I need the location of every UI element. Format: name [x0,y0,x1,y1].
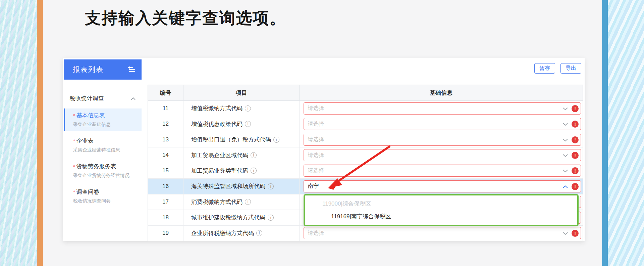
left-texture-strip [0,0,37,266]
row-field-cell: 请选择! [300,226,583,241]
table-row: 19企业所得税缴纳方式代码i请选择! [148,226,583,241]
sidebar-header-label: 报表列表 [73,65,127,74]
select-value: 请选择 [308,230,324,237]
row-number-cell: 12 [148,116,183,131]
sidebar-item-desc: 采集企业货物劳务经营情况 [73,172,142,179]
select-input[interactable]: 请选择! [304,118,581,130]
required-asterisk: * [73,189,75,195]
row-item-cell: 城市维护建设税缴纳方式代码i [183,210,300,225]
select-value: 请选择 [308,105,324,112]
select-value: 请选择 [308,152,324,159]
error-badge-icon: ! [572,167,579,174]
chevron-up-icon [563,185,568,188]
chevron-up-icon [131,97,136,100]
info-icon[interactable]: i [251,152,257,158]
table-row: 11增值税缴纳方式代码i请选择! [148,101,583,116]
column-header: 项目 [183,85,300,100]
column-header: 基础信息 [300,85,583,100]
table-row: 14加工贸易企业区域代码i请选择! [148,147,583,163]
table-header-row: 编号项目基础信息 [148,85,583,101]
sidebar-item-report[interactable]: *货物劳务服务表采集企业货物劳务经营情况 [64,160,142,182]
required-asterisk: * [73,164,75,169]
row-number-cell: 18 [148,210,183,225]
sidebar-item-desc: 采集企业基础信息 [73,121,142,128]
blue-divider-strip [602,0,608,266]
required-asterisk: * [73,113,75,118]
select-input[interactable]: 请选择! [304,227,581,239]
dropdown-option[interactable]: 119169|南宁综合保税区 [305,210,577,223]
error-badge-icon: ! [572,230,579,237]
row-item-cell: 增值税出口退（免）税方式代码i [183,132,300,147]
row-item-cell: 海关特殊监管区域和场所代码i [183,179,300,194]
collapse-sidebar-icon[interactable] [127,66,136,73]
sidebar-item-label: *调查问卷 [73,188,142,196]
info-icon[interactable]: i [245,121,251,127]
export-button[interactable]: 导出 [560,63,581,74]
dropdown-panel: 119000|综合保税区119169|南宁综合保税区 [304,194,579,226]
row-field-cell: 请选择! [300,163,583,178]
chevron-down-icon [563,123,568,126]
sidebar-section-taxsurvey[interactable]: 税收统计调查 [64,92,142,105]
select-value: 请选择 [308,121,324,128]
row-field-cell: 请选择! [300,116,583,131]
row-item-cell: 消费税缴纳方式代码i [183,194,300,210]
select-value: 南宁 [308,183,319,190]
error-badge-icon: ! [572,136,579,143]
column-header: 编号 [148,85,183,100]
info-icon[interactable]: i [273,137,279,143]
row-field-cell: 请选择! [300,101,583,116]
sidebar-item-report[interactable]: *企业表采集企业经营特征信息 [64,134,142,157]
sidebar-menu: *基本信息表采集企业基础信息*企业表采集企业经营特征信息*货物劳务服务表采集企业… [64,108,142,211]
toolbar: 暂存 导出 [534,63,581,74]
row-item-cell: 企业所得税缴纳方式代码i [183,226,300,241]
table-row: 12增值税优惠政策代码i请选择! [148,116,583,132]
orange-divider-strip [37,0,43,266]
row-number-cell: 19 [148,226,183,241]
page-title: 支持输入关键字查询选项。 [85,7,286,29]
chevron-down-icon [563,170,568,173]
sidebar-item-label: *企业表 [73,137,142,145]
select-value: 请选择 [308,167,324,174]
info-icon[interactable]: i [268,183,274,189]
main-card: 报表列表 税收统计调查 *基本信息表采集企业基础信息*企业表采集企业经营特征信息… [63,58,585,241]
select-value: 请选择 [308,136,324,143]
row-number-cell: 13 [148,132,183,147]
row-number-cell: 15 [148,163,183,178]
sidebar-item-report[interactable]: *调查问卷税收情况调查问卷 [64,185,142,208]
table-row: 15加工贸易业务类型代码i请选择! [148,163,583,179]
info-icon[interactable]: i [245,199,251,205]
info-icon[interactable]: i [245,105,251,112]
row-item-cell: 增值税缴纳方式代码i [183,101,300,116]
chevron-down-icon [563,139,568,142]
sidebar-header[interactable]: 报表列表 [64,59,142,80]
chevron-down-icon [563,232,568,235]
info-icon[interactable]: i [251,168,257,174]
select-input[interactable]: 请选择! [304,134,581,146]
row-item-cell: 增值税优惠政策代码i [183,116,300,131]
required-asterisk: * [73,138,75,144]
sidebar-section-label: 税收统计调查 [70,95,131,102]
row-field-cell: 请选择! [300,132,583,147]
select-input[interactable]: 请选择! [304,165,581,177]
select-input[interactable]: 请选择! [304,149,581,161]
info-icon[interactable]: i [256,230,262,236]
error-badge-icon: ! [572,183,579,190]
row-number-cell: 16 [148,179,183,194]
table-row: 16海关特殊监管区域和场所代码i南宁! [148,179,583,194]
chevron-down-icon [563,154,568,157]
sidebar-item-label: *基本信息表 [73,112,142,120]
row-number-cell: 11 [148,101,183,116]
select-input[interactable]: 请选择! [304,102,581,115]
page: 支持输入关键字查询选项。 报表列表 税收统计调查 *基本信息表采集企业基础信息*… [0,0,644,266]
save-draft-button[interactable]: 暂存 [534,63,555,74]
error-badge-icon: ! [572,105,579,112]
chevron-down-icon [563,107,568,110]
info-icon[interactable]: i [268,215,274,221]
sidebar-item-active[interactable]: *基本信息表采集企业基础信息 [64,108,142,131]
select-input[interactable]: 南宁! [304,180,581,192]
row-field-cell: 请选择! [300,147,583,163]
dropdown-option-disabled: 119000|综合保税区 [305,197,577,210]
row-number-cell: 17 [148,194,183,210]
right-texture-strip [608,0,644,266]
sidebar-item-desc: 税收情况调查问卷 [73,197,142,205]
